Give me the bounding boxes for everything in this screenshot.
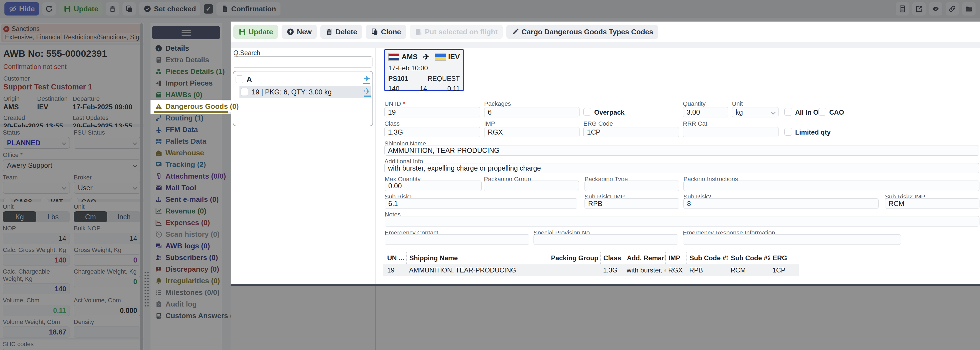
max-quantity-input[interactable]: 0.00 [385, 181, 482, 191]
limited-qty-checkbox[interactable] [784, 128, 792, 136]
nav-item-pallets-data[interactable]: Pallets Data [151, 135, 222, 147]
nav-item-warehouse[interactable]: Warehouse [151, 147, 222, 159]
packaging-group-input[interactable] [484, 181, 579, 191]
chargeable-field[interactable]: 0 [74, 276, 141, 287]
class-input[interactable]: 1.3G [384, 127, 480, 137]
nav-item-routing-1[interactable]: Routing (1) [151, 112, 222, 124]
nav-item-subscribers-0[interactable]: Subscribers (0) [151, 252, 222, 263]
weight-unit-toggle[interactable]: Kg Lbs [3, 211, 70, 222]
cao-form-checkbox[interactable] [818, 108, 826, 116]
flight-card[interactable]: AMS ✈ IEV 17-Feb 10:00 PS101 REQUEST 140… [384, 49, 464, 91]
item-checkbox[interactable] [240, 88, 248, 96]
col-shipping-name[interactable]: Shipping Name [406, 252, 548, 264]
menu-collapse-button[interactable] [152, 26, 220, 39]
dg-table-row[interactable]: 19 AMMUNITION, TEAR-PRODUCING 1.3G with … [375, 264, 980, 276]
export-button[interactable] [912, 2, 926, 16]
dg-group-row[interactable]: A ✈ [235, 73, 370, 85]
nav-item-tracking-2[interactable]: Tracking (2) [151, 159, 222, 170]
link-button[interactable] [946, 2, 959, 16]
packaging-type-input[interactable] [584, 181, 679, 191]
nop-field[interactable]: 14 [3, 233, 70, 244]
all-in-one-checkbox[interactable] [784, 108, 792, 116]
un-id-input[interactable]: 19 [384, 107, 480, 117]
update-button-top[interactable]: Update [59, 2, 103, 16]
hide-button[interactable]: Hide [5, 2, 39, 16]
confirmation-button[interactable]: Confirmation [216, 2, 280, 16]
sub-risk2-input[interactable]: 8 [683, 198, 878, 209]
nav-item-revenue-0[interactable]: Revenue (0) [151, 205, 222, 217]
nav-item-pieces-details-1[interactable]: Pieces Details (1) [151, 66, 222, 77]
plane-departure-icon[interactable]: ✈ [363, 74, 370, 84]
col-add-remark[interactable]: Add. Remark [624, 252, 665, 264]
nav-item-expenses-0[interactable]: Expenses (0) [151, 217, 222, 228]
additional-info-input[interactable]: with burster, expelling charge or propel… [384, 163, 979, 173]
rrr-cat-input[interactable] [683, 127, 778, 137]
nav-item-extra-details[interactable]: Extra Details [151, 54, 222, 66]
quantity-input[interactable]: 3.00 [683, 107, 729, 117]
notes-input[interactable] [385, 216, 980, 226]
dg-delete-button[interactable]: Delete [320, 25, 362, 39]
set-checked-button[interactable]: Set checked [139, 2, 200, 16]
nav-item-ffm-data[interactable]: FFM Data [151, 124, 222, 135]
nav-item-milestones-0-0[interactable]: Milestones (0/0) [151, 287, 222, 298]
nav-item-discrepancy-0[interactable]: Discrepancy (0) [151, 263, 222, 275]
sub-risk2-imp-input[interactable]: RCM [885, 198, 980, 209]
dg-clone-button[interactable]: Clone [366, 25, 406, 39]
broker-select[interactable]: User [74, 182, 141, 193]
delete-button-top[interactable] [106, 2, 119, 16]
nav-item-scan-history-0[interactable]: Scan history (0) [151, 228, 222, 240]
nav-item-customs-answers-0[interactable]: Customs Answers (0) [151, 310, 222, 321]
left-panel-scrollbar[interactable] [140, 23, 143, 350]
qsearch-input[interactable] [233, 57, 372, 68]
cm-toggle[interactable]: Cm [74, 211, 107, 222]
packing-instructions-input[interactable] [683, 181, 980, 191]
erg-code-input[interactable]: 1CP [584, 127, 679, 137]
nav-item-mail-tool[interactable]: Mail Tool [151, 182, 222, 193]
sub-risk1-imp-input[interactable]: RPB [584, 198, 679, 209]
dg-list-item[interactable]: 19 | PKG: 6, QTY: 3.00 kg ✈ [239, 86, 371, 98]
panel-resize-handle[interactable] [144, 271, 150, 307]
dim-unit-toggle[interactable]: Cm Inch [74, 211, 141, 222]
calculator-button[interactable] [896, 2, 909, 16]
nav-item-audit-log[interactable]: ?Audit log [151, 298, 222, 310]
col-un[interactable]: UN ... [384, 252, 406, 264]
act-volume-field[interactable]: 0.000 [74, 305, 141, 316]
col-sub-code-2[interactable]: Sub Code #2 [728, 252, 770, 264]
plane-departure-icon[interactable]: ✈ [364, 87, 371, 97]
view-button[interactable] [929, 2, 942, 16]
customer-value[interactable]: Support Test Customer 1 [3, 83, 140, 91]
unit-select[interactable]: kg [732, 107, 778, 117]
copy-button-top[interactable] [123, 2, 136, 16]
col-erg[interactable]: ERG [770, 252, 792, 264]
nav-item-irregularities-0[interactable]: Irregularities (0) [151, 275, 222, 287]
col-sub-code-1[interactable]: Sub Code #1 [687, 252, 728, 264]
checked-checkbox[interactable]: ✓ [204, 4, 213, 14]
nav-item-sent-e-mails-0[interactable]: Sent e-mails (0) [151, 193, 222, 205]
nav-item-awb-logs-0[interactable]: AWB logs (0) [151, 240, 222, 252]
nav-item-hawbs-0[interactable]: HAWBs (0) [151, 89, 222, 100]
cargo-dg-codes-button[interactable]: Cargo Dangerous Goods Types Codes [506, 25, 658, 39]
packages-input[interactable]: 6 [484, 107, 579, 117]
dg-new-button[interactable]: New [282, 25, 317, 39]
col-imp[interactable]: IMP [665, 252, 687, 264]
shc-codes-select[interactable] [3, 348, 141, 350]
emergency-response-input[interactable] [683, 234, 901, 245]
shipping-name-input[interactable]: AMMUNITION, TEAR-PRODUCING [384, 145, 979, 155]
imp-input[interactable]: RGX [484, 127, 579, 137]
office-select[interactable]: Awery Support [3, 160, 141, 171]
lbs-toggle[interactable]: Lbs [36, 211, 70, 222]
nav-item-import-pieces[interactable]: Import Pieces [151, 77, 222, 89]
nav-item-dangerous-goods-0[interactable]: Dangerous Goods (0) [151, 100, 232, 112]
overpack-checkbox[interactable] [584, 108, 591, 116]
col-class[interactable]: Class [600, 252, 624, 264]
sanctions-close-icon[interactable]: ✕ [3, 26, 10, 32]
gross-field[interactable]: 0 [74, 255, 141, 266]
sub-risk1-input[interactable]: 6.1 [385, 198, 577, 209]
nav-item-attachments-0-0[interactable]: Attachments (0/0) [151, 170, 222, 182]
group-checkbox[interactable] [235, 75, 243, 83]
folder-button[interactable] [962, 2, 975, 16]
col-packing-group[interactable]: Packing Group [548, 252, 600, 264]
nav-item-details[interactable]: iDetails [151, 42, 222, 54]
bulk-nop-field[interactable]: 14 [74, 233, 141, 244]
inch-toggle[interactable]: Inch [107, 211, 141, 222]
